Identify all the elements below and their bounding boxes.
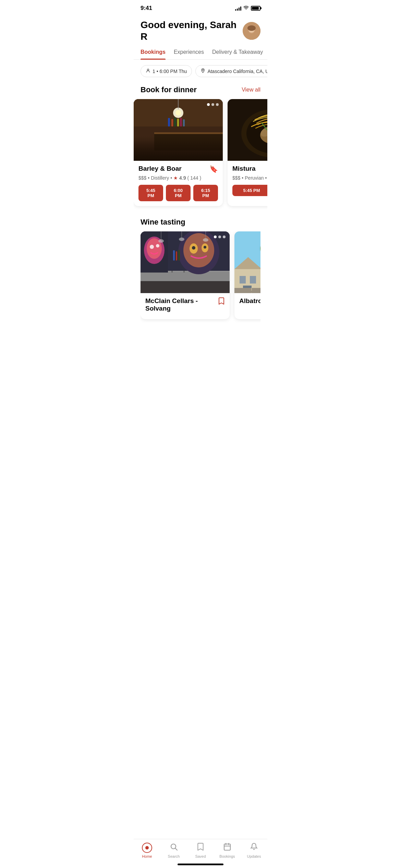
svg-point-5 — [147, 69, 149, 71]
avatar[interactable] — [243, 22, 260, 40]
card-albatross[interactable]: Albatross Ridge — [234, 231, 260, 319]
card-image-albatross — [234, 231, 260, 293]
status-bar: 9:41 — [134, 0, 267, 15]
header: Good evening, Sarah R — [134, 15, 267, 45]
card-body-albatross: Albatross Ridge — [234, 293, 260, 314]
dinner-cards: Barley & Boar 🔖 $$$ • Distillery • ★ 4.9… — [134, 99, 267, 209]
card-body-barley: Barley & Boar 🔖 $$$ • Distillery • ★ 4.9… — [134, 161, 223, 206]
time-slots-barley: 5:45 PM 6:00 PM 6:15 PM — [138, 185, 218, 201]
star-icon: ★ — [173, 175, 178, 181]
svg-point-10 — [175, 110, 181, 116]
card-name-mcclain: McClain Cellars - Solvang — [145, 297, 218, 312]
svg-rect-20 — [134, 140, 223, 161]
svg-point-42 — [156, 244, 159, 248]
bookmark-barley[interactable]: 🔖 — [209, 165, 218, 173]
time-slot-mistura-545[interactable]: 5:45 PM — [232, 185, 267, 196]
svg-rect-78 — [234, 288, 260, 293]
card-image-mistura — [228, 99, 267, 161]
wine-cards: McClain Cellars - Solvang — [141, 231, 260, 323]
greeting-text: Good evening, Sarah R — [141, 19, 243, 42]
card-barley-boar[interactable]: Barley & Boar 🔖 $$$ • Distillery • ★ 4.9… — [134, 99, 223, 206]
svg-point-41 — [150, 245, 154, 249]
time-slot-545[interactable]: 5:45 PM — [138, 185, 163, 201]
dinner-view-all[interactable]: View all — [242, 87, 260, 93]
card-mcclain[interactable]: McClain Cellars - Solvang — [141, 231, 230, 319]
svg-rect-17 — [177, 119, 179, 126]
card-body-mcclain: McClain Cellars - Solvang — [141, 293, 230, 319]
dinner-section-header: Book for dinner View all — [141, 85, 260, 94]
card-name-albatross: Albatross Ridge — [239, 297, 260, 305]
svg-rect-51 — [176, 251, 177, 261]
svg-rect-70 — [240, 276, 246, 284]
svg-point-54 — [158, 239, 164, 243]
card-meta-mistura: $$$ • Peruvian • ★ 4.8 — [232, 175, 267, 181]
card-image-mcclain — [141, 231, 230, 293]
svg-point-56 — [179, 238, 184, 241]
card-body-mistura: Mistura 🔖 $$$ • Peruvian • ★ 4.8 5:45 PM… — [228, 161, 267, 201]
tab-delivery[interactable]: Delivery & Takeaway — [212, 49, 263, 59]
time-slot-615[interactable]: 6:15 PM — [193, 185, 218, 201]
svg-rect-19 — [183, 119, 185, 126]
dinner-section: Book for dinner View all — [134, 83, 267, 94]
guests-filter[interactable]: 1 • 6:00 PM Thu — [141, 65, 192, 77]
wine-section-title: Wine tasting — [141, 218, 260, 227]
location-icon — [200, 68, 205, 74]
wine-section: Wine tasting — [134, 212, 267, 323]
svg-point-45 — [183, 233, 214, 267]
svg-rect-16 — [174, 118, 176, 126]
time-slots-mistura: 5:45 PM 6:... — [232, 185, 267, 196]
svg-rect-50 — [173, 250, 175, 261]
card-name-mistura: Mistura — [232, 165, 267, 172]
wifi-icon — [243, 5, 249, 11]
status-time: 9:41 — [141, 5, 152, 12]
time-slot-600[interactable]: 6:00 PM — [166, 185, 191, 201]
card-dots-barley — [207, 103, 219, 106]
svg-point-58 — [203, 238, 208, 242]
card-mistura[interactable]: Mistura 🔖 $$$ • Peruvian • ★ 4.8 5:45 PM… — [228, 99, 267, 206]
svg-rect-12 — [154, 133, 223, 150]
filter-bar: 1 • 6:00 PM Thu Atascadero California, C… — [134, 60, 267, 83]
location-filter[interactable]: Atascadero California, CA, United St... — [195, 65, 267, 77]
status-icons — [235, 5, 260, 11]
svg-rect-13 — [154, 132, 223, 134]
tab-bookings[interactable]: Bookings — [141, 49, 166, 59]
svg-rect-52 — [178, 250, 180, 261]
bookmark-mcclain[interactable] — [218, 297, 225, 307]
battery-icon — [251, 6, 260, 11]
svg-point-48 — [192, 246, 195, 250]
svg-rect-71 — [250, 276, 256, 284]
svg-rect-14 — [168, 118, 170, 126]
card-meta-barley: $$$ • Distillery • ★ 4.9 (144) — [138, 175, 218, 181]
person-icon — [146, 68, 150, 74]
dinner-section-title: Book for dinner — [141, 85, 197, 94]
tab-experiences[interactable]: Experiences — [174, 49, 204, 59]
svg-rect-18 — [180, 118, 182, 126]
signal-icon — [235, 6, 241, 11]
card-name-barley: Barley & Boar — [138, 165, 209, 172]
svg-point-49 — [204, 246, 206, 249]
svg-rect-27 — [141, 279, 230, 293]
svg-rect-15 — [171, 119, 173, 126]
card-image-barley — [134, 99, 223, 161]
svg-point-6 — [203, 70, 204, 71]
tab-bar: Bookings Experiences Delivery & Takeaway — [134, 45, 267, 60]
card-dots-mcclain — [214, 236, 226, 238]
svg-point-4 — [247, 25, 256, 31]
